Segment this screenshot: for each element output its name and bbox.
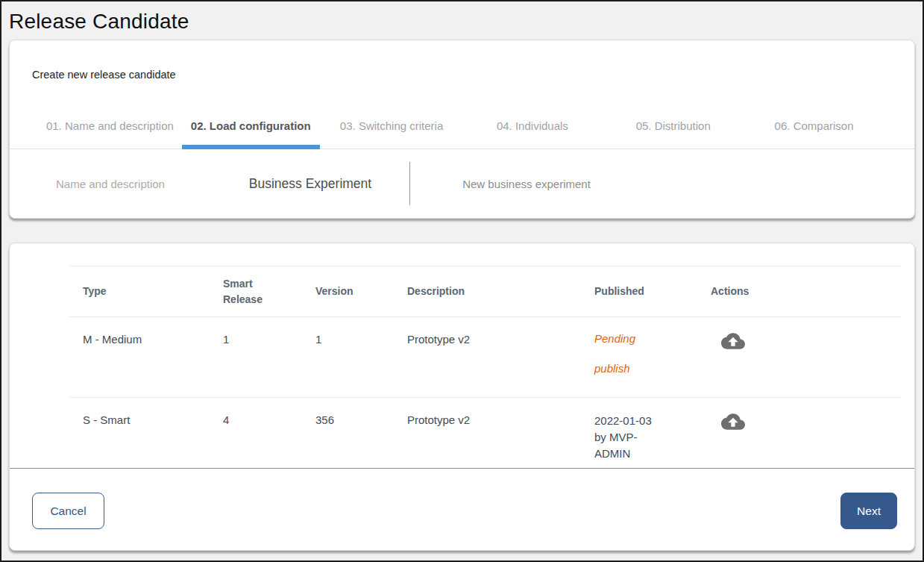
column-header-actions: Actions — [711, 284, 901, 299]
publish-button[interactable] — [721, 329, 745, 353]
cell-smart-release: 4 — [223, 398, 315, 468]
table-row: M - Medium 1 1 Prototype v2 Pending publ… — [69, 317, 901, 398]
cell-type: M - Medium — [83, 317, 223, 397]
column-header-version: Version — [315, 284, 407, 299]
cell-description: Prototype v2 — [407, 398, 594, 468]
cell-version: 1 — [315, 317, 407, 397]
table-header-row: Type Smart Release Version Description P… — [69, 266, 901, 317]
column-header-smart-release: Smart Release — [223, 276, 309, 307]
column-header-published: Published — [594, 284, 711, 299]
cell-version: 356 — [315, 398, 407, 468]
tab-name-and-description[interactable]: 01. Name and description — [40, 110, 180, 149]
card-footer: Cancel Next — [10, 469, 914, 551]
experiments-table: Type Smart Release Version Description P… — [69, 266, 901, 468]
subtab-new-business-experiment[interactable]: New business experiment — [410, 178, 643, 190]
tab-comparison[interactable]: 06. Comparison — [744, 110, 884, 149]
page-title: Release Candidate — [9, 10, 923, 34]
tab-switching-criteria[interactable]: 03. Switching criteria — [321, 110, 462, 149]
next-button[interactable]: Next — [840, 493, 897, 529]
wizard-card: Create new release candidate 01. Name an… — [9, 40, 915, 219]
sub-tab-bar: Name and description Business Experiment… — [10, 149, 914, 218]
cloud-upload-icon — [721, 425, 745, 436]
cell-actions — [711, 317, 901, 397]
subtab-name-and-description[interactable]: Name and description — [10, 178, 211, 190]
cell-type: S - Smart — [83, 398, 223, 468]
cell-actions — [711, 398, 901, 468]
tab-distribution[interactable]: 05. Distribution — [603, 110, 744, 149]
tab-individuals[interactable]: 04. Individuals — [462, 110, 603, 149]
cancel-button[interactable]: Cancel — [32, 493, 104, 529]
cell-published-status: 2022-01-03 by MVP-ADMIN — [594, 398, 669, 468]
experiments-card: Type Smart Release Version Description P… — [9, 243, 915, 551]
cell-description: Prototype v2 — [407, 317, 594, 397]
table-row: S - Smart 4 356 Prototype v2 2022-01-03 … — [69, 398, 901, 468]
subtab-business-experiment[interactable]: Business Experiment — [211, 176, 409, 192]
cell-smart-release: 1 — [223, 317, 315, 397]
tab-load-configuration[interactable]: 02. Load configuration — [180, 110, 321, 149]
publish-button[interactable] — [721, 410, 745, 434]
column-header-description: Description — [407, 284, 594, 299]
column-header-type: Type — [83, 284, 223, 299]
cloud-upload-icon — [721, 344, 745, 355]
cell-published-status: Pending publish — [594, 317, 680, 397]
wizard-tab-bar: 01. Name and description 02. Load config… — [10, 110, 914, 149]
wizard-heading: Create new release candidate — [10, 40, 914, 81]
